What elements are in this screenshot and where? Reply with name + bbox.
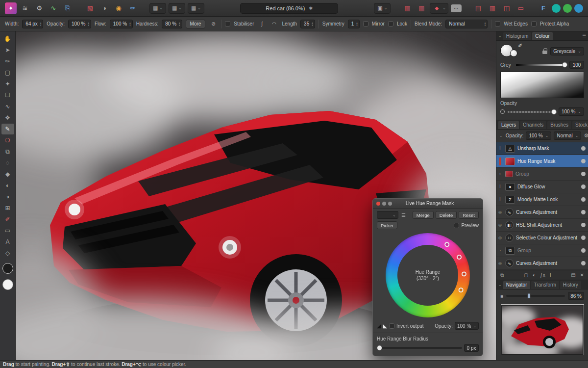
tab-stock[interactable]: Stock [572, 121, 588, 129]
blend-mode-select[interactable]: Normal ▴▾ [445, 20, 488, 28]
layer-thumbnail[interactable]: ⧉ [505, 247, 515, 255]
layer-row[interactable]: › Group [496, 168, 588, 181]
tab-navigator[interactable]: Navigator [503, 281, 530, 289]
panel-collapse-icon[interactable]: ⌄ [498, 283, 502, 287]
layer-visibility-toggle[interactable] [581, 261, 586, 265]
panel-menu-icon[interactable]: ☰ [582, 33, 586, 38]
live-hue-range-mask-dialog[interactable]: Live Hue Range Mask ⌄ ☰ Merge Delete Res… [372, 198, 483, 356]
share-circle-icon[interactable] [563, 4, 572, 13]
view-hand-tool[interactable]: ✋ [1, 33, 14, 44]
panel-collapse-icon[interactable]: ⌄ [499, 133, 503, 138]
liquify-brush-icon[interactable]: ✏ [127, 2, 139, 14]
length-stepper[interactable]: 35 ▴▾ [300, 20, 315, 28]
stabiliser-checkbox[interactable] [225, 21, 230, 26]
brush-tip-icon[interactable]: ⊘ [209, 20, 218, 28]
rope-stabiliser-icon[interactable]: ʃ [258, 20, 267, 28]
lock-checkbox[interactable] [388, 21, 393, 26]
preferences-gear-icon[interactable]: ⚙ [33, 2, 45, 14]
sync-circle-icon[interactable] [552, 4, 561, 13]
stepper-arrows-icon[interactable]: ▴▾ [129, 22, 131, 26]
zoom-out-icon[interactable]: ■ [500, 293, 503, 299]
blur-radius-slider[interactable] [377, 347, 462, 349]
layer-row[interactable]: ◎ ∿ Curves Adjustment [496, 206, 588, 219]
new-mask-icon[interactable]: ▢ [524, 272, 528, 278]
healing-brush-tool[interactable]: ✦ [1, 79, 14, 89]
cloud-circle-icon[interactable] [574, 4, 583, 13]
navigator-thumbnail[interactable] [501, 304, 584, 355]
colour-swatch-wheels[interactable]: ✐ [500, 44, 522, 58]
symmetry-stepper[interactable]: 1 ▴▾ [348, 20, 360, 28]
layer-visibility-toggle[interactable] [581, 223, 586, 227]
app-icon[interactable]: ✦ [5, 2, 17, 14]
stepper-arrows-icon[interactable]: ▴▾ [179, 22, 180, 26]
arrange-group-button[interactable]: ▦ ⌄ [149, 3, 166, 14]
stepper-arrows-icon[interactable]: ▴▾ [485, 22, 486, 26]
new-group-icon[interactable]: ▤ [571, 272, 575, 278]
zoom-slider-knob[interactable] [527, 293, 531, 299]
lasso-tool[interactable]: ∿ [1, 101, 14, 112]
comment-bubble-icon[interactable]: ⋯ [451, 4, 462, 12]
layer-row[interactable]: ◎ ◧ HSL Shift Adjustment [496, 219, 588, 232]
new-fx-icon[interactable]: ƒx [540, 272, 545, 278]
tab-channels[interactable]: Channels [520, 121, 546, 129]
delete-button[interactable]: Delete [436, 211, 457, 219]
pixel-brush-tool[interactable]: ✐ [1, 214, 14, 225]
layer-thumbnail[interactable]: ∷ [505, 234, 514, 242]
preset-menu-icon[interactable]: ☰ [401, 212, 406, 218]
opacity-stepper[interactable]: 100 % ▴▾ [68, 20, 91, 28]
preset-select[interactable]: ⌄ [377, 211, 398, 219]
hue-wheel[interactable]: Hue Range (330° - 2°) [386, 233, 470, 317]
layers-blend-select[interactable]: Normal ⌄ [554, 131, 581, 140]
grey-slider-knob[interactable] [562, 62, 567, 68]
rectangle-tool[interactable]: ▭ [1, 225, 14, 236]
marquee-select-tool[interactable]: ☐ [1, 90, 14, 101]
lock-icon[interactable] [542, 48, 547, 54]
blur-radius-knob[interactable] [377, 345, 382, 351]
mesh-warp-tool[interactable]: ⊞ [1, 203, 14, 213]
layer-thumbnail[interactable]: ∿ [505, 259, 514, 267]
merge-button[interactable]: Merge [413, 211, 434, 219]
layer-row[interactable]: Ⅰ ● Diffuse Glow [496, 181, 588, 193]
width-stepper[interactable]: 64 px ▴▾ [22, 20, 43, 28]
tab-layers[interactable]: Layers [498, 121, 519, 129]
grey-value[interactable]: 100 [569, 61, 584, 69]
dialog-opacity-select[interactable]: 100 % ⌄ [455, 322, 479, 330]
layer-thumbnail[interactable]: ● [505, 183, 515, 191]
mirror-checkbox[interactable] [363, 21, 368, 26]
window-stabiliser-icon[interactable]: ◠ [270, 20, 279, 28]
new-live-filter-icon[interactable]: Ⅰ [550, 272, 551, 278]
wet-edges-checkbox[interactable] [495, 21, 500, 26]
smudge-tool[interactable]: ❍ [1, 135, 14, 146]
grey-slider[interactable] [516, 64, 566, 66]
tab-history[interactable]: History [560, 281, 581, 289]
new-adjustment-icon[interactable]: ◐ [533, 272, 536, 278]
layer-visibility-toggle[interactable] [581, 210, 586, 214]
layer-thumbnail[interactable]: ∿ [505, 208, 514, 216]
slice3-icon[interactable]: ◫ [501, 2, 513, 14]
vector-scribble-icon[interactable]: ∿ [48, 2, 59, 14]
tab-brushes[interactable]: Brushes [547, 121, 571, 129]
layer-expand-icon[interactable]: › [497, 172, 503, 176]
colour-opacity-select[interactable]: 100 % ⌄ [559, 107, 584, 116]
secondary-colour-wheel[interactable] [510, 50, 517, 57]
tone-mapping-icon[interactable]: ◑ [98, 2, 110, 14]
layer-thumbnail[interactable]: △ [505, 145, 515, 153]
eyedropper-icon[interactable]: ✐ [518, 43, 522, 49]
crop-tool[interactable]: ▢ [1, 67, 14, 78]
assistant-button[interactable]: ▣ ⌄ [374, 3, 391, 14]
dodge-tool[interactable]: ◐ [1, 180, 14, 191]
text-tool[interactable]: A [1, 237, 14, 247]
zoom-traffic-icon[interactable] [388, 202, 392, 206]
delete-layer-icon[interactable]: ✕ [580, 272, 584, 278]
layer-thumbnail[interactable]: ◧ [505, 221, 514, 229]
snapping-grid2-icon[interactable]: ▦ [416, 2, 427, 14]
snapping-options-button[interactable]: ◆ ⌄ [430, 3, 448, 14]
layer-thumbnail[interactable] [505, 158, 515, 165]
burn-tool[interactable]: ◑ [1, 191, 14, 202]
tab-colour[interactable]: Colour [532, 32, 552, 40]
more-button[interactable]: More [186, 20, 206, 28]
develop-persona-icon[interactable]: ▧ [84, 2, 96, 14]
tab-histogram[interactable]: Histogram [503, 32, 532, 40]
protect-alpha-checkbox[interactable] [531, 21, 537, 26]
layer-visibility-toggle[interactable] [581, 236, 586, 240]
